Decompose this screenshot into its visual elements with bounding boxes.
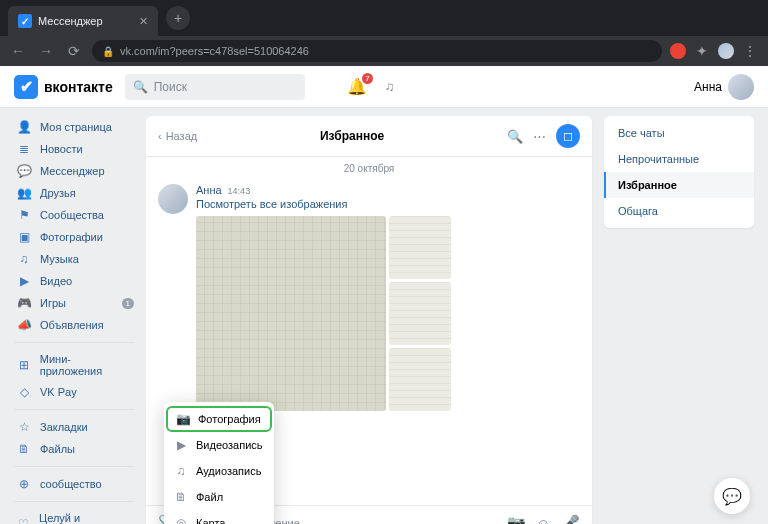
attachment-image[interactable] [196, 216, 386, 411]
back-button[interactable]: ‹ Назад [158, 130, 197, 142]
url-field[interactable]: 🔒 vk.com/im?peers=c478sel=510064246 [92, 40, 662, 62]
user-menu[interactable]: Анна [694, 74, 754, 100]
attach-menu-item[interactable]: 🗎Файл [164, 484, 274, 510]
view-all-images-link[interactable]: Посмотреть все изображения [196, 198, 580, 210]
date-separator: 20 октября [146, 157, 592, 180]
sidebar-label: Фотографии [40, 231, 103, 243]
sidebar-item[interactable]: ⊞Мини-приложения [14, 349, 134, 381]
attach-menu-item[interactable]: ◎Карта [164, 510, 274, 524]
reload-icon[interactable]: ⟳ [64, 41, 84, 61]
sidebar-item[interactable]: ♡Целуй и Знакомься [14, 508, 134, 524]
sidebar-icon: ♡ [16, 517, 31, 524]
profile-avatar-icon[interactable] [718, 43, 734, 59]
sidebar-label: Объявления [40, 319, 104, 331]
sidebar-label: Сообщества [40, 209, 104, 221]
sidebar-icon: ⊞ [16, 358, 32, 372]
sidebar-item[interactable]: ▶Видео [14, 270, 134, 292]
emoji-icon[interactable]: ☺ [536, 515, 551, 525]
sidebar-item[interactable]: ⊕сообщество [14, 473, 134, 495]
folder-item[interactable]: Непрочитанные [604, 146, 754, 172]
sidebar-badge: 1 [122, 298, 134, 309]
sidebar-label: Файлы [40, 443, 75, 455]
sidebar-item[interactable]: ≣Новости [14, 138, 134, 160]
attach-item-icon: ▶ [174, 438, 188, 452]
more-icon[interactable]: ⋯ [533, 129, 546, 144]
sidebar-item[interactable]: 👥Друзья [14, 182, 134, 204]
sidebar-icon: ⚑ [16, 208, 32, 222]
sidebar-label: Мини-приложения [40, 353, 132, 377]
sidebar-label: Видео [40, 275, 72, 287]
sidebar-label: сообщество [40, 478, 102, 490]
attach-item-icon: ◎ [174, 516, 188, 524]
vk-favicon: ✓ [18, 14, 32, 28]
extension-icons: ✦ ⋮ [670, 41, 760, 61]
attach-item-label: Аудиозапись [196, 465, 261, 477]
attach-menu: 📷Фотография▶Видеозапись♫Аудиозапись🗎Файл… [164, 402, 274, 524]
ext-puzzle-icon[interactable]: ✦ [692, 41, 712, 61]
sidebar-item[interactable]: ♫Музыка [14, 248, 134, 270]
attachment-thumb[interactable] [389, 216, 451, 279]
message: Анна 14:43 Посмотреть все изображения [146, 180, 592, 415]
sidebar-icon: ≣ [16, 142, 32, 156]
sidebar-item[interactable]: 📣Объявления [14, 314, 134, 336]
attach-item-label: Видеозапись [196, 439, 263, 451]
sidebar-icon: 💬 [16, 164, 32, 178]
search-chat-icon[interactable]: 🔍 [507, 129, 523, 144]
voice-icon[interactable]: 🎤 [561, 514, 580, 524]
camera-icon[interactable]: 📷 [507, 514, 526, 524]
sidebar-item[interactable]: ⚑Сообщества [14, 204, 134, 226]
bookmark-icon[interactable]: ◻ [556, 124, 580, 148]
search-input[interactable]: 🔍 Поиск [125, 74, 305, 100]
sidebar-item[interactable]: 💬Мессенджер [14, 160, 134, 182]
attach-item-label: Карта [196, 517, 225, 524]
message-author[interactable]: Анна [196, 184, 222, 196]
ext-icon[interactable] [670, 43, 686, 59]
search-placeholder: Поиск [154, 80, 187, 94]
attach-item-icon: 🗎 [174, 490, 188, 504]
attach-item-label: Файл [196, 491, 223, 503]
attachment-thumb[interactable] [389, 348, 451, 411]
sidebar-item[interactable]: 🗎Файлы [14, 438, 134, 460]
tab-close-icon[interactable]: ✕ [139, 15, 148, 28]
sidebar-label: Закладки [40, 421, 88, 433]
menu-icon[interactable]: ⋮ [740, 41, 760, 61]
sidebar-item[interactable]: ☆Закладки [14, 416, 134, 438]
attach-item-icon: 📷 [176, 412, 190, 426]
chat-bubble-icon[interactable]: 💬 [714, 478, 750, 514]
attach-menu-item[interactable]: 📷Фотография [166, 406, 272, 432]
sidebar-label: Друзья [40, 187, 76, 199]
sidebar-icon: 👥 [16, 186, 32, 200]
folder-item[interactable]: Общага [604, 198, 754, 224]
sidebar-icon: ◇ [16, 385, 32, 399]
sidebar-label: Новости [40, 143, 83, 155]
username: Анна [694, 80, 722, 94]
attach-menu-item[interactable]: ▶Видеозапись [164, 432, 274, 458]
sidebar-icon: 🎮 [16, 296, 32, 310]
notif-badge: 7 [362, 73, 372, 84]
sidebar-icon: ☆ [16, 420, 32, 434]
forward-icon[interactable]: → [36, 41, 56, 61]
sidebar-label: Целуй и Знакомься [39, 512, 132, 524]
music-icon[interactable]: ♫ [385, 79, 395, 94]
notifications-icon[interactable]: 🔔7 [347, 77, 367, 96]
sidebar-item[interactable]: 👤Моя страница [14, 116, 134, 138]
sidebar-item[interactable]: ◇VK Pay [14, 381, 134, 403]
folder-item[interactable]: Избранное [604, 172, 754, 198]
attach-item-label: Фотография [198, 413, 261, 425]
chat-title: Избранное [207, 129, 497, 143]
vk-logo-text: вконтакте [44, 79, 113, 95]
vk-logo[interactable]: ✔ вконтакте [14, 75, 113, 99]
back-icon[interactable]: ← [8, 41, 28, 61]
sidebar-item[interactable]: ▣Фотографии [14, 226, 134, 248]
attach-menu-item[interactable]: ♫Аудиозапись [164, 458, 274, 484]
attachment-thumb[interactable] [389, 282, 451, 345]
folder-item[interactable]: Все чаты [604, 120, 754, 146]
message-time: 14:43 [228, 186, 251, 196]
new-tab-button[interactable]: + [166, 6, 190, 30]
message-avatar[interactable] [158, 184, 188, 214]
sidebar-icon: 🗎 [16, 442, 32, 456]
sidebar-icon: ⊕ [16, 477, 32, 491]
sidebar-item[interactable]: 🎮Игры1 [14, 292, 134, 314]
browser-tab[interactable]: ✓ Мессенджер ✕ [8, 6, 158, 36]
sidebar-label: Музыка [40, 253, 79, 265]
